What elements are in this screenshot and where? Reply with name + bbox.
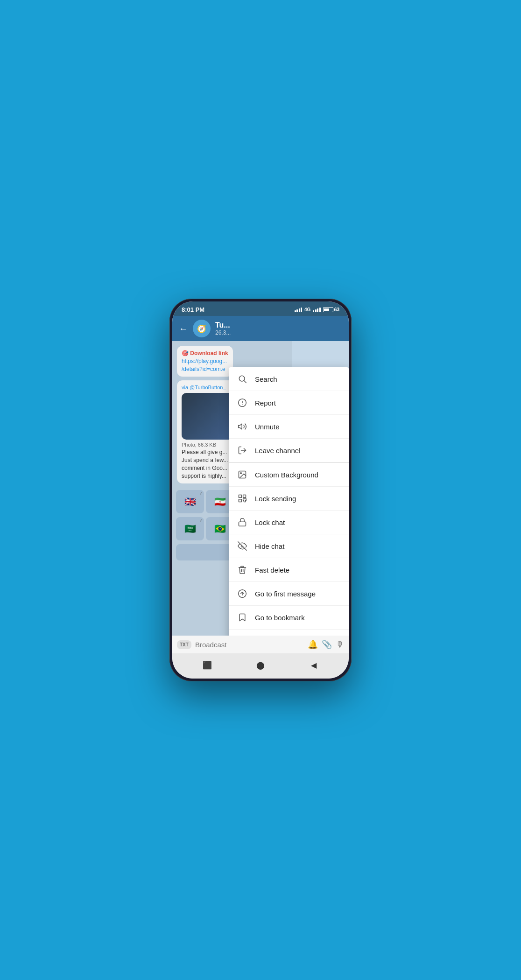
log-out-icon	[237, 445, 247, 455]
chat-info: Tu... 26,3...	[215, 321, 342, 336]
svg-rect-14	[241, 567, 244, 568]
menu-item-unmute[interactable]: Unmute	[229, 415, 349, 439]
home-button[interactable]: ⬤	[253, 658, 268, 672]
svg-rect-12	[239, 522, 246, 526]
menu-item-voice-changer[interactable]: Voice changer	[229, 630, 349, 636]
svg-rect-11	[239, 499, 241, 502]
txt-icon: TXT	[177, 640, 191, 649]
message-input[interactable]	[195, 641, 304, 649]
menu-label-fast-delete: Fast delete	[255, 566, 289, 574]
back-button[interactable]: ←	[179, 323, 188, 334]
battery-level: 63	[334, 307, 339, 312]
menu-label-report: Report	[255, 399, 276, 407]
menu-label-custom-background: Custom Background	[255, 471, 318, 479]
signal-bar-5	[313, 310, 314, 312]
status-bar: 8:01 PM 4G	[172, 301, 349, 316]
phone-screen: 8:01 PM 4G	[172, 301, 349, 679]
eye-off-icon	[237, 541, 247, 551]
input-bar: TXT 🔔 📎 🎙	[172, 636, 349, 653]
menu-label-search: Search	[255, 375, 277, 383]
volume-icon	[237, 421, 247, 432]
menu-item-search[interactable]: Search	[229, 367, 349, 391]
svg-marker-5	[239, 424, 242, 429]
menu-item-go-to-first[interactable]: Go to first message	[229, 582, 349, 606]
signal-bars	[295, 308, 303, 312]
battery-icon	[323, 307, 333, 312]
paperclip-icon[interactable]: 📎	[322, 639, 332, 650]
avatar: 🧭	[193, 320, 211, 337]
menu-item-lock-sending[interactable]: Lock sending	[229, 487, 349, 511]
menu-label-leave-channel: Leave channel	[255, 447, 301, 455]
back-button-nav[interactable]: ◀	[307, 658, 321, 672]
avatar-icon: 🧭	[197, 324, 206, 333]
battery: 63	[323, 307, 339, 312]
signal-bars-2	[313, 308, 321, 312]
menu-item-hide-chat[interactable]: Hide chat	[229, 534, 349, 558]
menu-label-lock-chat: Lock chat	[255, 518, 285, 526]
bookmark-icon	[237, 612, 247, 623]
image-icon	[237, 469, 247, 480]
phone-frame: 8:01 PM 4G	[169, 299, 352, 681]
stop-button[interactable]: ⬛	[200, 658, 214, 672]
alert-circle-icon	[237, 398, 247, 408]
signal-bar-1	[295, 310, 296, 312]
network-label: 4G	[304, 307, 310, 312]
svg-point-8	[240, 473, 242, 474]
signal-bar-3	[299, 308, 300, 312]
menu-label-hide-chat: Hide chat	[255, 542, 284, 550]
signal-bar-2	[296, 309, 298, 312]
context-menu: Search Report Unmute	[229, 367, 349, 636]
chat-content: 🎯 Download link https://play.goog.../det…	[172, 341, 349, 636]
chat-header: ← 🧭 Tu... 26,3...	[172, 316, 349, 341]
status-icons: 4G 63	[295, 307, 339, 312]
signal-bar-4	[301, 308, 302, 312]
grid-lock-icon	[237, 493, 247, 504]
lock-icon	[237, 517, 247, 527]
menu-item-report[interactable]: Report	[229, 391, 349, 415]
signal-bar-7	[317, 308, 318, 312]
menu-label-lock-sending: Lock sending	[255, 495, 296, 503]
menu-item-go-to-bookmark[interactable]: Go to bookmark	[229, 606, 349, 630]
chat-name: Tu...	[215, 321, 342, 329]
menu-label-go-to-first: Go to first message	[255, 590, 316, 598]
search-icon	[237, 374, 247, 384]
menu-label-go-to-bookmark: Go to bookmark	[255, 614, 305, 622]
arrow-up-circle-icon	[237, 588, 247, 599]
microphone-icon[interactable]: 🎙	[336, 640, 344, 650]
menu-item-fast-delete[interactable]: Fast delete	[229, 558, 349, 582]
menu-item-custom-background[interactable]: Custom Background	[229, 463, 349, 487]
bell-icon[interactable]: 🔔	[308, 639, 318, 650]
signal-bar-6	[315, 309, 317, 312]
menu-item-leave-channel[interactable]: Leave channel	[229, 439, 349, 462]
menu-item-lock-chat[interactable]: Lock chat	[229, 511, 349, 534]
dropdown-overlay: Search Report Unmute	[172, 341, 349, 636]
svg-line-1	[244, 381, 246, 383]
trash-icon	[237, 565, 247, 575]
chat-subtitle: 26,3...	[215, 329, 342, 336]
status-time: 8:01 PM	[182, 306, 204, 313]
svg-rect-10	[243, 495, 246, 498]
svg-rect-9	[239, 495, 241, 498]
signal-bar-8	[319, 308, 321, 312]
menu-label-unmute: Unmute	[255, 423, 280, 431]
battery-fill	[324, 308, 329, 311]
bottom-nav: ⬛ ⬤ ◀	[172, 653, 349, 679]
